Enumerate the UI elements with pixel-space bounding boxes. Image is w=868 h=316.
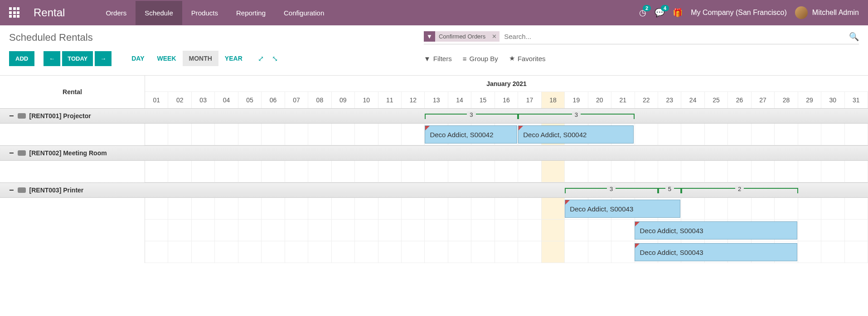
gantt-cell[interactable]	[448, 220, 471, 241]
gantt-cell[interactable]	[238, 241, 262, 263]
gantt-cell[interactable]	[192, 124, 215, 145]
gantt-cell[interactable]	[728, 124, 751, 145]
gantt-cell[interactable]	[518, 241, 541, 263]
gantt-cell[interactable]	[402, 124, 425, 145]
gantt-cell[interactable]	[308, 198, 331, 219]
gantt-cell[interactable]	[215, 124, 238, 145]
gantt-cell[interactable]	[565, 220, 588, 241]
today-button[interactable]: TODAY	[62, 51, 93, 66]
gantt-cell[interactable]	[448, 241, 471, 263]
gantt-cell[interactable]	[635, 161, 658, 182]
gantt-bar[interactable]: Deco Addict, S00042	[518, 125, 634, 144]
gantt-cell[interactable]	[611, 241, 635, 263]
gantt-cell[interactable]	[728, 198, 751, 219]
gantt-cell[interactable]	[402, 220, 425, 241]
gantt-cell[interactable]	[145, 198, 168, 219]
gantt-cell[interactable]	[798, 220, 821, 241]
user-menu[interactable]: Mitchell Admin	[795, 6, 859, 19]
gantt-cell[interactable]	[168, 124, 191, 145]
gantt-cell[interactable]	[635, 124, 658, 145]
gantt-cell[interactable]	[332, 124, 355, 145]
view-week[interactable]: WEEK	[151, 51, 183, 66]
gantt-cell[interactable]	[145, 241, 168, 263]
gantt-cell[interactable]	[285, 161, 308, 182]
nav-link-orders[interactable]: Orders	[97, 1, 136, 25]
gantt-cell[interactable]	[285, 198, 308, 219]
gantt-cell[interactable]	[495, 198, 518, 219]
gantt-cell[interactable]	[518, 220, 541, 241]
gantt-cell[interactable]	[308, 161, 331, 182]
gantt-cell[interactable]	[658, 161, 681, 182]
gantt-cell[interactable]	[588, 241, 611, 263]
gantt-cell[interactable]	[518, 161, 541, 182]
gantt-cell[interactable]	[775, 124, 798, 145]
nav-link-products[interactable]: Products	[182, 1, 227, 25]
gantt-cell[interactable]	[355, 241, 378, 263]
gantt-cell[interactable]	[821, 198, 844, 219]
gantt-cell[interactable]	[145, 124, 168, 145]
gantt-cell[interactable]	[145, 220, 168, 241]
collapse-toggle[interactable]: −	[9, 186, 14, 194]
gantt-cell[interactable]	[542, 161, 565, 182]
prev-button[interactable]: ←	[44, 51, 60, 66]
gantt-cell[interactable]	[355, 161, 378, 182]
gantt-cell[interactable]	[355, 198, 378, 219]
gantt-cell[interactable]	[168, 198, 191, 219]
gantt-cell[interactable]	[588, 220, 611, 241]
gantt-cell[interactable]	[471, 241, 495, 263]
gantt-cell[interactable]	[262, 241, 285, 263]
gantt-cell[interactable]	[192, 241, 215, 263]
view-day[interactable]: DAY	[125, 51, 150, 66]
groupby-dropdown[interactable]: ≡Group By	[463, 54, 498, 62]
gantt-cell[interactable]	[378, 161, 402, 182]
gantt-cell[interactable]	[192, 220, 215, 241]
gantt-cell[interactable]	[845, 198, 868, 219]
gantt-cell[interactable]	[845, 241, 868, 263]
gantt-cell[interactable]	[355, 124, 378, 145]
gantt-bar[interactable]: Deco Addict, S00043	[565, 200, 680, 218]
gantt-cell[interactable]	[542, 220, 565, 241]
gantt-cell[interactable]	[332, 220, 355, 241]
gantt-cell[interactable]	[705, 124, 728, 145]
gantt-cell[interactable]	[262, 161, 285, 182]
gantt-cell[interactable]	[495, 241, 518, 263]
gantt-cell[interactable]	[705, 198, 728, 219]
gantt-cell[interactable]	[471, 220, 495, 241]
gantt-cell[interactable]	[192, 161, 215, 182]
gantt-cell[interactable]	[845, 161, 868, 182]
gantt-cell[interactable]	[495, 161, 518, 182]
gantt-cell[interactable]	[425, 198, 448, 219]
gantt-cell[interactable]	[448, 198, 471, 219]
gantt-cell[interactable]	[378, 241, 402, 263]
gantt-cell[interactable]	[285, 241, 308, 263]
gantt-cell[interactable]	[238, 161, 262, 182]
view-month[interactable]: MONTH	[183, 51, 218, 66]
search-input[interactable]	[502, 31, 849, 42]
gantt-cell[interactable]	[798, 161, 821, 182]
collapse-toggle[interactable]: −	[9, 112, 14, 120]
gantt-cell[interactable]	[262, 220, 285, 241]
collapse-icon[interactable]: ⤡	[272, 54, 278, 63]
add-button[interactable]: ADD	[9, 51, 34, 66]
gantt-cell[interactable]	[611, 161, 635, 182]
gantt-cell[interactable]	[355, 220, 378, 241]
search-icon[interactable]: 🔍	[849, 32, 859, 42]
gantt-cell[interactable]	[425, 241, 448, 263]
nav-link-reporting[interactable]: Reporting	[227, 1, 275, 25]
gantt-cell[interactable]	[448, 161, 471, 182]
gantt-cell[interactable]	[262, 198, 285, 219]
gantt-cell[interactable]	[542, 241, 565, 263]
view-year[interactable]: YEAR	[218, 51, 249, 66]
gift-icon[interactable]: 🎁	[673, 8, 683, 18]
app-brand[interactable]: Rental	[34, 6, 65, 19]
gantt-cell[interactable]	[495, 220, 518, 241]
gantt-cell[interactable]	[588, 161, 611, 182]
gantt-cell[interactable]	[821, 241, 844, 263]
gantt-cell[interactable]	[705, 161, 728, 182]
gantt-cell[interactable]	[845, 124, 868, 145]
gantt-cell[interactable]	[215, 220, 238, 241]
gantt-cell[interactable]	[752, 161, 775, 182]
gantt-cell[interactable]	[752, 124, 775, 145]
gantt-cell[interactable]	[658, 124, 681, 145]
gantt-cell[interactable]	[308, 241, 331, 263]
